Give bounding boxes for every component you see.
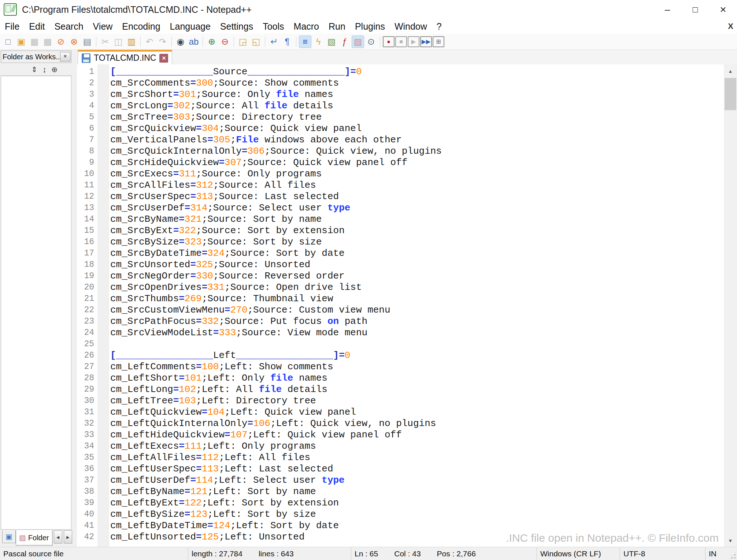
code-line: cm_LeftExecs=111;Left: Only programs: [110, 441, 724, 452]
menu-item-encoding[interactable]: Encoding: [117, 19, 165, 34]
macro-save-icon: ⊞: [436, 39, 441, 45]
redo-button[interactable]: ↷: [156, 36, 169, 48]
new-file-button[interactable]: □: [2, 36, 14, 48]
document-map-button[interactable]: ▧: [325, 36, 338, 48]
line-number: 33: [77, 429, 97, 441]
close-tab-button[interactable]: ×: [159, 54, 168, 63]
folder-as-workspace-icon: ▨: [354, 37, 362, 46]
macro-run-multiple-button[interactable]: ▶▶: [420, 36, 432, 47]
code-line: cm_LeftLong=102;Left: All file details: [110, 384, 724, 395]
menu-item-search[interactable]: Search: [49, 19, 88, 34]
menu-item-edit[interactable]: Edit: [24, 19, 49, 34]
sync-horizontal-scroll-button[interactable]: ◱: [250, 36, 262, 48]
notepad-plus-plus-app-icon: [4, 3, 17, 16]
toolbar-separator: [380, 37, 380, 47]
define-language-button[interactable]: ϟ: [312, 36, 325, 48]
tab-totalcmd-inc[interactable]: TOTALCMD.INC ×: [78, 50, 172, 64]
cursor-pos-label: Pos : 2,766: [437, 549, 476, 558]
macro-play-button[interactable]: ▶: [408, 36, 419, 47]
encoding-label: UTF-8: [623, 549, 645, 558]
menu-item-run[interactable]: Run: [324, 19, 350, 34]
document-tab-bar: TOTALCMD.INC ×: [77, 50, 737, 65]
show-indent-guide-button[interactable]: ≡: [299, 36, 311, 48]
folder-as-workspace-panel: Folder as Works.. × ⇕↨⊕ ▣ ▨ Folder ◂ ▸: [0, 50, 72, 547]
menu-item-language[interactable]: Language: [165, 19, 215, 34]
close-button[interactable]: ⊘: [55, 36, 67, 48]
menu-item-tools[interactable]: Tools: [258, 19, 289, 34]
scroll-down-button[interactable]: ▼: [724, 534, 737, 547]
word-wrap-icon: ↵: [270, 37, 278, 46]
replace-button[interactable]: ab: [188, 36, 200, 48]
menu-item-macro[interactable]: Macro: [289, 19, 324, 34]
line-number: 19: [77, 270, 97, 282]
folder-as-workspace-button[interactable]: ▨: [352, 36, 364, 48]
expand-all-button[interactable]: ⇕: [31, 66, 37, 73]
tab-scroll-right-button[interactable]: ▸: [64, 530, 72, 544]
folder-tab[interactable]: ▨ Folder: [16, 530, 52, 545]
menubar-close-button[interactable]: X: [728, 22, 737, 31]
zoom-out-icon: ⊖: [221, 37, 229, 46]
toolbar: □▣▦▩⊘⊗▤✂◫▥↶↷◉ab⊕⊖◲◱↵¶≡ϟ▧ƒ▨⊙●■▶▶▶⊞: [0, 34, 737, 50]
toolbar-separator: [234, 37, 234, 47]
locate-current-file-button[interactable]: ⊕: [51, 66, 58, 73]
code-line: cm_LeftQuickview=104;Left: Quick view pa…: [110, 407, 724, 418]
scrollbar-thumb[interactable]: [725, 78, 736, 110]
macro-save-button[interactable]: ⊞: [433, 36, 444, 47]
close-all-button[interactable]: ⊗: [68, 36, 80, 48]
text-editing-surface[interactable]: 1234567891011121314151617181920212223242…: [77, 64, 724, 547]
code-line: cm_SrcHideQuickview=307;Source: Quick vi…: [110, 157, 724, 168]
maximize-button[interactable]: □: [681, 0, 709, 19]
menu-item-plugins[interactable]: Plugins: [350, 19, 390, 34]
title-bar: C:\Program Files\totalcmd\TOTALCMD.INC -…: [0, 0, 737, 19]
panel-splitter[interactable]: [72, 50, 77, 547]
close-window-button[interactable]: ×: [709, 0, 737, 19]
toolbar-separator: [265, 37, 265, 47]
cut-button[interactable]: ✂: [99, 36, 111, 48]
show-all-characters-button[interactable]: ¶: [281, 36, 293, 48]
menu-item-settings[interactable]: Settings: [215, 19, 258, 34]
status-eol-format: Windows (CR LF): [537, 547, 620, 560]
code-line: cm_SrcComments=300;Source: Show comments: [110, 78, 724, 89]
scroll-up-button[interactable]: ▲: [724, 64, 737, 78]
save-button[interactable]: ▦: [28, 36, 41, 48]
vertical-scrollbar[interactable]: ▲ ▼: [724, 64, 737, 547]
tab-scroll-left-button[interactable]: ◂: [54, 530, 62, 544]
line-number-margin[interactable]: 1234567891011121314151617181920212223242…: [77, 64, 97, 547]
folder-tree-area[interactable]: [1, 76, 71, 530]
save-all-button[interactable]: ▩: [41, 36, 54, 48]
minimize-button[interactable]: –: [653, 0, 681, 19]
fold-margin[interactable]: [97, 64, 109, 547]
menu-item-file[interactable]: File: [0, 19, 24, 34]
monitoring-button[interactable]: ⊙: [365, 36, 377, 48]
menu-item-view[interactable]: View: [88, 19, 118, 34]
code-line: cm_LeftByExt=122;Left: Sort by extension: [110, 497, 724, 509]
open-file-button[interactable]: ▣: [15, 36, 27, 48]
window-title: C:\Program Files\totalcmd\TOTALCMD.INC -…: [22, 4, 252, 15]
print-button[interactable]: ▤: [81, 36, 93, 48]
collapse-all-button[interactable]: ↨: [42, 66, 46, 73]
zoom-out-button[interactable]: ⊖: [219, 36, 231, 48]
scroll-up-icon: ▲: [728, 68, 733, 74]
find-button[interactable]: ◉: [174, 36, 187, 48]
macro-stop-button[interactable]: ■: [395, 36, 407, 47]
sync-vertical-scroll-button[interactable]: ◲: [237, 36, 249, 48]
macro-run-multiple-icon: ▶▶: [422, 39, 431, 45]
word-wrap-button[interactable]: ↵: [268, 36, 280, 48]
workspace-tab[interactable]: ▣: [2, 530, 16, 543]
line-number: 13: [77, 202, 97, 214]
line-number: 10: [77, 168, 97, 180]
paste-button[interactable]: ▥: [125, 36, 138, 48]
function-list-button[interactable]: ƒ: [338, 36, 351, 48]
undo-button[interactable]: ↶: [143, 36, 156, 48]
zoom-in-button[interactable]: ⊕: [205, 36, 218, 48]
doc-type-label: Pascal source file: [3, 549, 64, 558]
cursor-col-label: Col : 43: [394, 549, 421, 558]
menu-item-help[interactable]: ?: [432, 19, 447, 34]
macro-record-button[interactable]: ●: [383, 36, 395, 47]
copy-button[interactable]: ◫: [112, 36, 125, 48]
resize-grip[interactable]: [728, 551, 736, 559]
panel-close-button[interactable]: ×: [60, 52, 70, 61]
line-number: 24: [77, 327, 97, 339]
sync-horizontal-scroll-icon: ◱: [252, 37, 260, 46]
menu-item-window[interactable]: Window: [390, 19, 432, 34]
